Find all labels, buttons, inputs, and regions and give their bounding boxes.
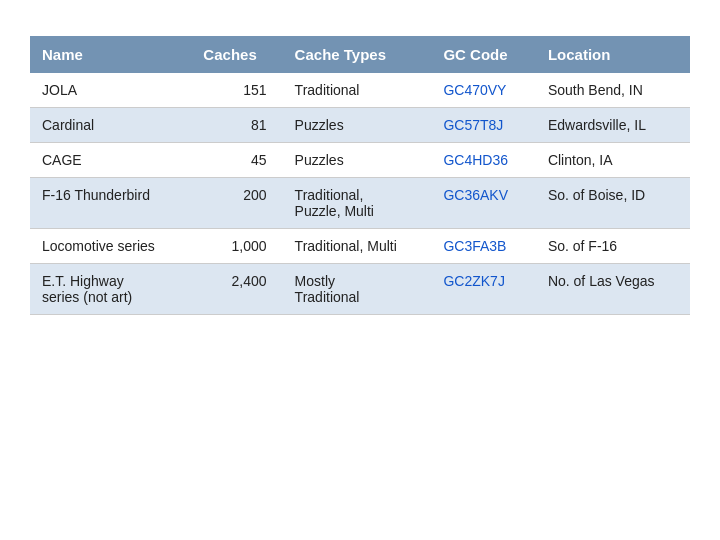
cell-caches: 1,000 [191,229,282,264]
cell-name: E.T. Highway series (not art) [30,264,191,315]
col-header-gc-code: GC Code [431,36,535,73]
cell-name: CAGE [30,143,191,178]
cell-gc-code[interactable]: GC2ZK7J [431,264,535,315]
cell-caches: 151 [191,73,282,108]
cell-cache-types: Puzzles [283,108,432,143]
cell-cache-types: Traditional, Multi [283,229,432,264]
col-header-location: Location [536,36,690,73]
cell-location: Clinton, IA [536,143,690,178]
col-header-name: Name [30,36,191,73]
cell-location: No. of Las Vegas [536,264,690,315]
col-header-cache-types: Cache Types [283,36,432,73]
cell-location: So. of Boise, ID [536,178,690,229]
cell-gc-code[interactable]: GC3FA3B [431,229,535,264]
cell-cache-types: Traditional, Puzzle, Multi [283,178,432,229]
cell-location: So. of F-16 [536,229,690,264]
cell-cache-types: Puzzles [283,143,432,178]
cell-name: F-16 Thunderbird [30,178,191,229]
table-row: F-16 Thunderbird200Traditional, Puzzle, … [30,178,690,229]
cell-name: Cardinal [30,108,191,143]
cell-gc-code[interactable]: GC57T8J [431,108,535,143]
table-row: CAGE45PuzzlesGC4HD36Clinton, IA [30,143,690,178]
cell-gc-code[interactable]: GC4HD36 [431,143,535,178]
col-header-caches: Caches [191,36,282,73]
cell-name: JOLA [30,73,191,108]
table-row: E.T. Highway series (not art)2,400Mostly… [30,264,690,315]
cell-caches: 45 [191,143,282,178]
cell-cache-types: Mostly Traditional [283,264,432,315]
cell-caches: 2,400 [191,264,282,315]
table-row: Locomotive series1,000Traditional, Multi… [30,229,690,264]
table-row: Cardinal81PuzzlesGC57T8JEdwardsville, IL [30,108,690,143]
cell-cache-types: Traditional [283,73,432,108]
cell-location: Edwardsville, IL [536,108,690,143]
cell-gc-code[interactable]: GC470VY [431,73,535,108]
cell-name: Locomotive series [30,229,191,264]
cell-gc-code[interactable]: GC36AKV [431,178,535,229]
cell-location: South Bend, IN [536,73,690,108]
cell-caches: 200 [191,178,282,229]
cell-caches: 81 [191,108,282,143]
data-table: NameCachesCache TypesGC CodeLocation JOL… [30,36,690,315]
table-row: JOLA151TraditionalGC470VYSouth Bend, IN [30,73,690,108]
